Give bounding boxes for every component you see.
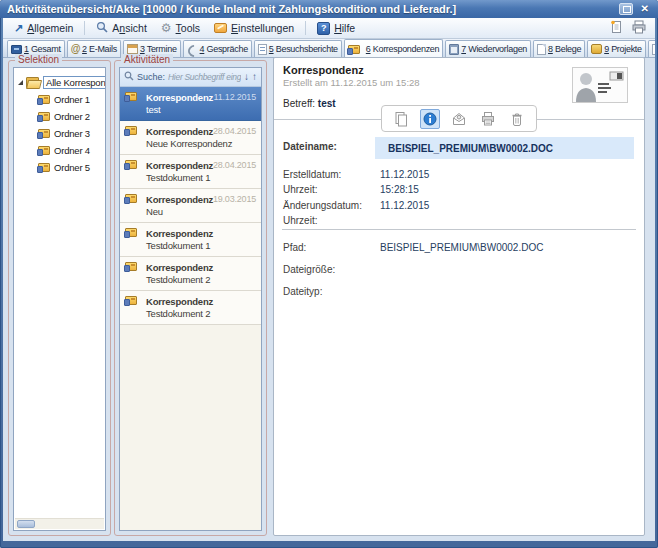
list-item-date: 11.12.2015 xyxy=(214,92,256,102)
report-icon xyxy=(258,44,267,55)
tree-item-ordner5[interactable]: Ordner 5 xyxy=(14,159,105,176)
project-icon xyxy=(591,44,602,54)
magnifier-icon xyxy=(96,21,108,35)
tree-item-ordner1[interactable]: Ordner 1 xyxy=(14,91,105,108)
menu-allgemein[interactable]: ↗ Allgemein xyxy=(8,21,79,35)
field-label: Pfad: xyxy=(283,242,306,253)
fields-separator xyxy=(282,229,636,230)
correspondence-icon xyxy=(38,95,50,104)
menu-hilfe[interactable]: Hilfe xyxy=(311,21,361,36)
tab-besuchsberichte[interactable]: 5 Besuchsberichte xyxy=(254,40,342,57)
correspondence-icon xyxy=(125,296,137,305)
print-icon[interactable] xyxy=(631,20,647,36)
followup-icon xyxy=(449,44,459,55)
menu-tools[interactable]: ⚙ Tools xyxy=(155,21,206,35)
menubar-right-tools xyxy=(610,20,650,36)
tab-belege[interactable]: 8 Belege xyxy=(533,40,585,57)
maximize-icon[interactable] xyxy=(619,3,633,15)
tree-item-ordner4[interactable]: Ordner 4 xyxy=(14,142,105,159)
tab-wiedervorlagen[interactable]: 7 Wiedervorlagen xyxy=(445,40,531,57)
title-bar: Aktivitätenübersicht/Akte [10000 / Kunde… xyxy=(0,0,658,18)
copy-document-icon[interactable] xyxy=(391,109,411,129)
gear-icon: ⚙ xyxy=(161,22,172,34)
field-value: 11.12.2015 xyxy=(380,200,429,211)
menu-separator xyxy=(305,21,306,35)
tab-emails[interactable]: @2 E-Mails xyxy=(67,40,121,57)
print-icon[interactable] xyxy=(478,109,498,129)
activity-list: Korrespondenztest 11.12.2015 Korresponde… xyxy=(120,87,261,530)
field-value: 11.12.2015 xyxy=(380,169,429,180)
info-icon[interactable] xyxy=(420,109,440,129)
tree-item-ordner3[interactable]: Ordner 3 xyxy=(14,125,105,142)
aktivitaeten-groupbox: Aktivitäten Suche: ↓ ↑ Korrespondenztest… xyxy=(114,60,267,536)
field-value: 15:28:15 xyxy=(380,184,419,195)
correspondence-icon xyxy=(125,262,137,271)
list-item[interactable]: KorrespondenzTestdokument 2 xyxy=(120,291,261,325)
correspondence-icon xyxy=(348,45,360,54)
list-item-text: KorrespondenzNeu xyxy=(146,193,213,218)
menu-label: Einstellungen xyxy=(231,22,294,34)
field-value-dateiname: BEISPIEL_PREMIUM\BW0002.DOC xyxy=(388,143,553,154)
tree-item-label: Ordner 5 xyxy=(54,162,90,173)
list-item-text: KorrespondenzTestdokument 2 xyxy=(146,261,213,286)
horizontal-scrollbar[interactable] xyxy=(15,518,104,529)
window-body: ↗ Allgemein Ansicht ⚙ Tools Einstellunge… xyxy=(3,18,655,541)
betreff-label: Betreff: xyxy=(283,98,315,109)
tree-item-label: Ordner 4 xyxy=(54,145,90,156)
tab-label: 4 Gespräche xyxy=(200,44,248,54)
tree-item-ordner2[interactable]: Ordner 2 xyxy=(14,108,105,125)
search-input[interactable] xyxy=(168,72,241,82)
tab-gespraeche[interactable]: 4 Gespräche xyxy=(183,40,252,57)
close-icon[interactable]: ✕ xyxy=(639,3,651,15)
menu-einstellungen[interactable]: Einstellungen xyxy=(208,21,300,35)
new-document-icon[interactable] xyxy=(610,20,623,36)
list-item[interactable]: KorrespondenzTestdokument 1 xyxy=(120,223,261,257)
field-value: BEISPIEL_PREMIUM\BW0002.DOC xyxy=(380,242,543,253)
tree-item-label: Ordner 3 xyxy=(54,128,90,139)
tab-label: 1 Gesamt xyxy=(24,44,61,54)
help-icon xyxy=(317,22,330,35)
list-item[interactable]: Korrespondenztest 11.12.2015 xyxy=(120,87,261,121)
tab-label: 3 Termine xyxy=(140,44,177,54)
list-item-text: KorrespondenzTestdokument 1 xyxy=(146,159,213,184)
open-folder-icon xyxy=(26,77,40,88)
correspondence-icon xyxy=(125,92,137,101)
contact-card-icon xyxy=(572,67,628,107)
list-item-text: Korrespondenztest xyxy=(146,91,213,116)
correspondence-icon xyxy=(125,194,137,203)
correspondence-icon xyxy=(38,146,50,155)
trash-icon[interactable] xyxy=(507,109,527,129)
search-next-icon[interactable]: ↓ xyxy=(244,72,249,82)
list-item[interactable]: KorrespondenzNeu 19.03.2015 xyxy=(120,189,261,223)
menu-separator xyxy=(84,21,85,35)
monitor-icon xyxy=(11,45,22,54)
tab-projekte[interactable]: 9 Projekte xyxy=(587,40,646,57)
menu-label: Allgemein xyxy=(27,22,73,34)
dunning-icon xyxy=(652,44,655,55)
email-at-icon: @ xyxy=(71,44,80,54)
detail-title: Korrespondenz xyxy=(283,64,364,76)
field-label: Dateigröße: xyxy=(283,264,335,275)
field-label: Erstelldatum: xyxy=(283,169,341,180)
open-mail-icon[interactable] xyxy=(449,109,469,129)
correspondence-icon xyxy=(38,112,50,121)
search-prev-icon[interactable]: ↑ xyxy=(252,72,257,82)
tab-korrespondenzen[interactable]: 6 Korrespondenzen xyxy=(344,39,443,58)
list-item-text: KorrespondenzTestdokument 2 xyxy=(146,295,213,320)
field-label: Dateityp: xyxy=(283,286,322,297)
tree-item-label: Ordner 1 xyxy=(54,94,90,105)
tree-root-row[interactable]: Alle Korrespondenzen xyxy=(14,74,105,91)
window-title: Aktivitätenübersicht/Akte [10000 / Kunde… xyxy=(7,3,613,15)
menu-bar: ↗ Allgemein Ansicht ⚙ Tools Einstellunge… xyxy=(3,18,655,39)
tab-label: 9 Projekte xyxy=(604,44,642,54)
tree-expand-icon[interactable] xyxy=(18,80,23,85)
list-item[interactable]: KorrespondenzTestdokument 2 xyxy=(120,257,261,291)
scrollbar-thumb[interactable] xyxy=(17,520,35,528)
tab-mahndokumente[interactable]: Mahndokumente xyxy=(648,40,655,57)
dateiname-highlight-row: BEISPIEL_PREMIUM\BW0002.DOC xyxy=(375,137,634,159)
list-item[interactable]: KorrespondenzTestdokument 1 28.04.2015 xyxy=(120,155,261,189)
tree-root-label[interactable]: Alle Korrespondenzen xyxy=(43,76,106,89)
list-item[interactable]: KorrespondenzNeue Korrespondenz 28.04.20… xyxy=(120,121,261,155)
selektion-groupbox: Selektion Alle Korrespondenzen Ordner 1 … xyxy=(8,60,111,536)
menu-ansicht[interactable]: Ansicht xyxy=(90,20,152,36)
